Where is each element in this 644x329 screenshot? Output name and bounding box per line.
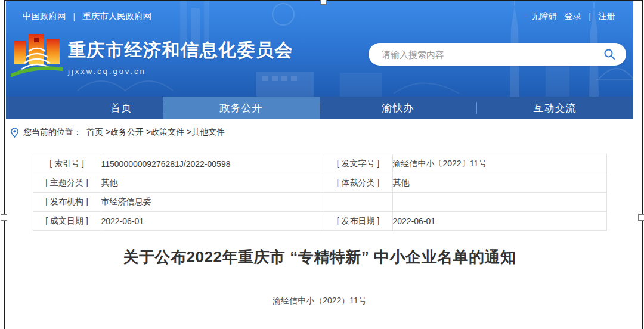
site-name: 重庆市经济和信息化委员会 — [68, 38, 293, 63]
nav-label: 渝快办 — [382, 101, 414, 115]
selection-border-left — [4, 0, 5, 329]
top-links-bar: 中国政府网 | 重庆市人民政府网 无障碍 登录 | 注册 — [23, 11, 615, 22]
search-button[interactable] — [602, 47, 617, 61]
selection-handle — [1, 214, 7, 221]
nav-item-interaction[interactable]: 互动交流 — [476, 97, 633, 119]
meta-label-cell: [ 体裁分类 ] — [324, 173, 392, 193]
meta-label-cell — [324, 193, 392, 212]
nav-label: 首页 — [111, 101, 132, 115]
meta-value-cell — [392, 193, 606, 212]
nav-label: 政务公开 — [220, 101, 263, 115]
meta-label-cell: [ 成文日期 ] — [33, 212, 101, 231]
search-icon — [603, 48, 615, 60]
meta-value-cell: 2022-06-01 — [392, 212, 606, 231]
main-nav: 首页 政务公开 渝快办 互动交流 — [6, 97, 633, 119]
site-brand: 重庆市经济和信息化委员会 jjxxw.cq.gov.cn — [11, 31, 293, 86]
table-row: [ 发布机构 ] 市经济信息委 — [33, 193, 606, 212]
meta-value-cell: 11500000009276281J/2022-00598 — [101, 154, 324, 173]
topbar-separator: | — [589, 12, 591, 21]
breadcrumb-path[interactable]: 首页 >政务公开 >政策文件 >其他文件 — [86, 127, 225, 138]
search-input[interactable] — [380, 49, 602, 60]
document-number: 渝经信中小（2022）11号 — [6, 296, 633, 306]
meta-label-cell: [ 主题分类 ] — [33, 173, 101, 193]
page-title: 关于公布2022年重庆市 “专精特新” 中小企业名单的通知 — [6, 247, 633, 268]
nav-item-home[interactable]: 首页 — [6, 97, 163, 119]
page: 中国政府网 | 重庆市人民政府网 无障碍 登录 | 注册 — [6, 1, 633, 329]
meta-label-cell: [ 发文字号 ] — [324, 154, 392, 173]
meta-value-cell: 市经济信息委 — [101, 193, 324, 212]
meta-value-cell: 其他 — [392, 173, 606, 193]
search-box — [369, 43, 626, 66]
table-row: [ 索引号 ] 11500000009276281J/2022-00598 [ … — [33, 154, 606, 173]
location-pin-icon — [11, 128, 18, 138]
link-cq-gov[interactable]: 重庆市人民政府网 — [82, 11, 151, 22]
selection-border-right — [642, 0, 643, 329]
link-china-gov[interactable]: 中国政府网 — [23, 11, 66, 22]
table-row: [ 主题分类 ] 其他 [ 体裁分类 ] 其他 — [33, 173, 606, 193]
nav-item-yukuaiban[interactable]: 渝快办 — [320, 97, 476, 119]
topbar-separator: | — [73, 12, 76, 21]
breadcrumb-prefix: 您当前的位置： — [23, 127, 82, 138]
selection-handle — [638, 214, 644, 221]
breadcrumb: 您当前的位置： 首页 >政务公开 >政策文件 >其他文件 — [11, 127, 633, 138]
meta-label-cell: [ 索引号 ] — [33, 154, 101, 173]
link-login[interactable]: 登录 — [564, 11, 581, 22]
nav-label: 互动交流 — [534, 101, 577, 115]
site-url: jjxxw.cq.gov.cn — [68, 67, 293, 76]
selection-handle — [320, 0, 327, 5]
site-banner: 中国政府网 | 重庆市人民政府网 无障碍 登录 | 注册 — [6, 1, 633, 97]
document-meta-table: [ 索引号 ] 11500000009276281J/2022-00598 [ … — [33, 154, 607, 231]
link-register[interactable]: 注册 — [598, 11, 615, 22]
meta-label-cell: [ 发布日期 ] — [324, 212, 392, 231]
meta-value-cell: 2022-06-01 — [101, 212, 324, 231]
meta-value-cell: 渝经信中小〔2022〕11号 — [392, 154, 606, 173]
link-accessibility[interactable]: 无障碍 — [531, 11, 558, 22]
site-logo-icon[interactable] — [11, 31, 63, 86]
table-row: [ 成文日期 ] 2022-06-01 [ 发布日期 ] 2022-06-01 — [33, 212, 606, 231]
nav-item-government-affairs[interactable]: 政务公开 — [163, 97, 320, 119]
meta-value-cell: 其他 — [101, 173, 324, 193]
meta-label-cell: [ 发布机构 ] — [33, 193, 101, 212]
